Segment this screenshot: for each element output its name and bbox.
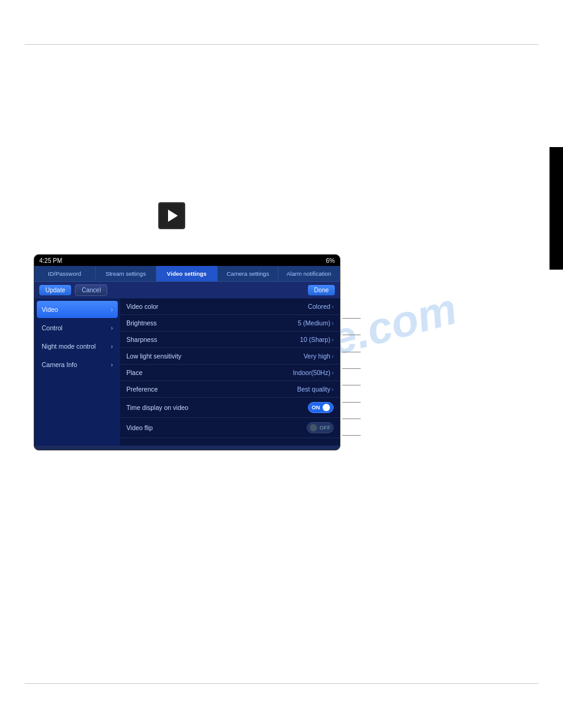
row-indicator-line-5 xyxy=(342,385,361,385)
chevron-right-icon: › xyxy=(111,325,113,332)
tab-id-password[interactable]: ID/Password xyxy=(34,266,96,281)
sidebar-item-camera-info[interactable]: Camera Info › xyxy=(37,356,118,373)
setting-row-video-color[interactable]: Video color Colored › xyxy=(120,298,340,315)
sidebar-item-video[interactable]: Video › xyxy=(37,301,118,318)
update-button[interactable]: Update xyxy=(39,285,71,295)
tab-video-settings[interactable]: Video settings xyxy=(156,266,218,281)
chevron-right-icon: › xyxy=(111,306,113,313)
chevron-right-icon: › xyxy=(332,386,334,393)
play-arrow-icon xyxy=(168,210,178,222)
toggle-knob xyxy=(320,404,330,411)
sidebar-item-control[interactable]: Control › xyxy=(37,319,118,336)
brightness-label: Brightness xyxy=(126,319,157,327)
chevron-right-icon: › xyxy=(111,362,113,368)
chevron-right-icon: › xyxy=(111,343,113,350)
sidebar: Video › Control › Night mode control › C… xyxy=(34,298,120,446)
setting-row-brightness[interactable]: Brightness 5 (Medium) › xyxy=(120,315,340,332)
top-rule xyxy=(25,44,538,45)
video-flip-toggle[interactable]: OFF xyxy=(307,422,334,433)
play-button[interactable] xyxy=(158,202,185,229)
settings-panel: Video color Colored › Brightness 5 (Medi… xyxy=(120,298,340,446)
content-area: Video › Control › Night mode control › C… xyxy=(34,298,340,446)
right-sidebar-bar xyxy=(550,147,563,270)
sidebar-item-control-label: Control xyxy=(42,324,63,332)
tab-stream-settings[interactable]: Stream settings xyxy=(96,266,157,281)
setting-row-sharpness[interactable]: Sharpness 10 (Sharp) › xyxy=(120,332,340,348)
row-indicator-line-1 xyxy=(342,318,361,319)
bottom-rule xyxy=(25,683,538,684)
status-bar-time: 4:25 PM xyxy=(39,257,62,264)
setting-row-preference[interactable]: Preference Best quality › xyxy=(120,381,340,398)
chevron-right-icon: › xyxy=(332,353,334,360)
sharpness-value: 10 (Sharp) › xyxy=(300,336,334,343)
setting-row-video-flip[interactable]: Video flip OFF xyxy=(120,418,340,438)
video-flip-label: Video flip xyxy=(126,424,153,431)
tab-alarm-notification[interactable]: Alarm notification xyxy=(278,266,340,281)
toggle-knob xyxy=(310,424,320,431)
sidebar-item-camera-info-label: Camera Info xyxy=(42,361,77,368)
setting-row-low-light-sensitivity[interactable]: Low light sensitivity Very high › xyxy=(120,348,340,365)
toggle-off-icon[interactable]: OFF xyxy=(307,422,334,433)
low-light-sensitivity-value: Very high › xyxy=(304,352,334,360)
cancel-button[interactable]: Cancel xyxy=(75,284,107,296)
row-indicator-line-3 xyxy=(342,352,361,352)
time-display-on-video-label: Time display on video xyxy=(126,404,188,411)
status-bar-battery: 6% xyxy=(326,257,335,264)
preference-label: Preference xyxy=(126,385,158,393)
chevron-right-icon: › xyxy=(332,336,334,343)
brightness-value: 5 (Medium) › xyxy=(298,319,334,327)
preference-value: Best quality › xyxy=(297,385,334,393)
row-indicator-line-7 xyxy=(342,419,361,419)
sidebar-item-night-mode-control[interactable]: Night mode control › xyxy=(37,338,118,355)
screenshot-container: 4:25 PM 6% ID/Password Stream settings V… xyxy=(34,254,340,450)
chevron-right-icon: › xyxy=(332,303,334,310)
play-button-container xyxy=(158,202,185,229)
sidebar-item-night-mode-label: Night mode control xyxy=(42,343,96,350)
sharpness-label: Sharpness xyxy=(126,336,157,343)
setting-row-place[interactable]: Place Indoor(50Hz) › xyxy=(120,365,340,381)
chevron-right-icon: › xyxy=(332,370,334,376)
row-indicator-line-6 xyxy=(342,402,361,403)
toggle-on-icon[interactable]: ON xyxy=(308,402,334,413)
row-indicator-line-4 xyxy=(342,368,361,369)
place-label: Place xyxy=(126,369,142,376)
sidebar-item-video-label: Video xyxy=(42,306,58,313)
row-indicator-line-8 xyxy=(342,435,361,436)
action-bar: Update Cancel Done xyxy=(34,282,340,298)
row-indicator-line-2 xyxy=(342,335,361,335)
video-color-label: Video color xyxy=(126,303,158,310)
low-light-sensitivity-label: Low light sensitivity xyxy=(126,352,182,360)
done-button[interactable]: Done xyxy=(308,285,335,295)
tab-bar: ID/Password Stream settings Video settin… xyxy=(34,266,340,282)
chevron-right-icon: › xyxy=(332,320,334,327)
time-display-toggle[interactable]: ON xyxy=(308,402,334,413)
setting-row-time-display-on-video[interactable]: Time display on video ON xyxy=(120,398,340,418)
status-bar: 4:25 PM 6% xyxy=(34,255,340,266)
tab-camera-settings[interactable]: Camera settings xyxy=(218,266,279,281)
place-value: Indoor(50Hz) › xyxy=(293,369,334,376)
video-color-value: Colored › xyxy=(308,303,334,310)
